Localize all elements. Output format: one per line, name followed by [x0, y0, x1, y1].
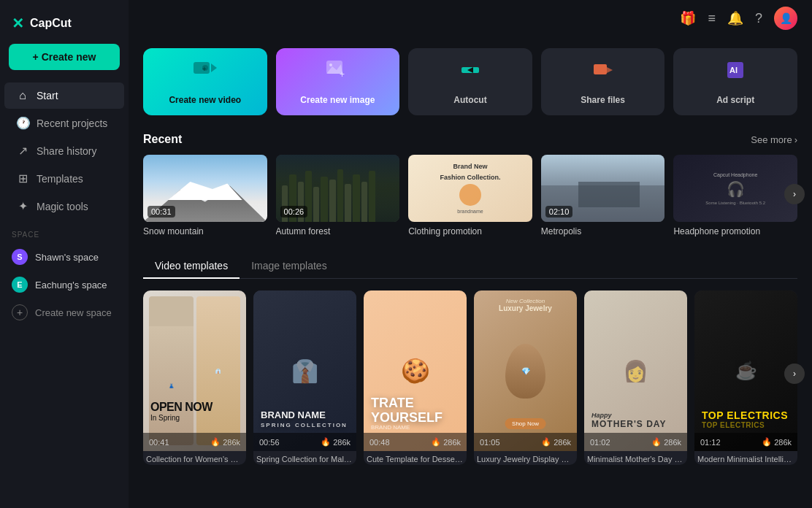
autocut-icon [459, 58, 482, 86]
clock-icon: 🕐 [16, 116, 29, 130]
ad-script-card[interactable]: AI Ad script [673, 48, 797, 115]
top-bar: 🎁 ≡ 🔔 ? 👤 [129, 0, 812, 36]
template-card-t5[interactable]: 👩 Happy MOTHER'S DAY 01:02 🔥 286k Mi [584, 290, 687, 465]
clothing-label: Clothing promotion [408, 226, 532, 236]
t5-overlay-text: Happy MOTHER'S DAY [591, 412, 680, 429]
template-thumb-t4: 💎 New Collection Luxury Jewelry Shop Now… [474, 290, 577, 451]
snow-thumb: 00:31 [143, 155, 267, 222]
t3-overlay-text: TRATE YOURSELF [371, 396, 459, 426]
create-image-card[interactable]: + Create new image [276, 48, 400, 115]
share-files-label: Share files [541, 95, 665, 105]
headphone-label: Headphone promotion [673, 226, 797, 236]
gift-icon[interactable]: 🎁 [680, 10, 696, 26]
recent-item-headphone[interactable]: Capcut Headphone 🎧 Some Listening · Blue… [673, 155, 797, 236]
home-icon: ⌂ [16, 89, 29, 102]
sidebar: ✕ CapCut + Create new ⌂ Start 🕐 Recent p… [0, 0, 129, 508]
eachung-space-label: Eachung's space [35, 280, 107, 290]
t4-likes: 🔥 286k [541, 437, 571, 447]
template-card-t3[interactable]: 🍪 TRATE YOURSELF BRAND NAME 00:48 🔥 286k [364, 290, 467, 465]
sidebar-item-templates[interactable]: ⊞ Templates [4, 165, 124, 192]
t5-footer: 01:02 🔥 286k [584, 433, 687, 451]
metropolis-thumb: 02:10 [541, 155, 665, 222]
t6-overlay-text: TOP ELECTRICS TOP ELECTRICS [702, 410, 790, 429]
logo-icon: ✕ [12, 15, 24, 32]
autumn-time: 00:26 [280, 206, 308, 218]
autocut-label: Autocut [408, 95, 532, 105]
t2-overlay-text: BRAND NAME SPRING COLLECTION [261, 409, 349, 429]
t6-time: 01:12 [700, 438, 721, 447]
recent-section-header: Recent See more › [143, 133, 797, 146]
t2-likes: 🔥 286k [321, 437, 351, 447]
tab-image-templates[interactable]: Image templates [240, 254, 339, 279]
template-thumb-t2: 👔 BRAND NAME SPRING COLLECTION 00:56 🔥 2… [253, 290, 356, 451]
t3-label: Cute Template for Desserts [364, 451, 467, 465]
sidebar-item-recent[interactable]: 🕐 Recent projects [4, 109, 124, 136]
headphone-thumb: Capcut Headphone 🎧 Some Listening · Blue… [673, 155, 797, 222]
sidebar-item-magic-label: Magic tools [37, 201, 88, 212]
t2-footer: 00:56 🔥 286k [253, 433, 356, 451]
template-thumb-t5: 👩 Happy MOTHER'S DAY 01:02 🔥 286k [584, 290, 687, 451]
recent-carousel-next[interactable]: › [784, 184, 805, 204]
logo-text: CapCut [30, 17, 72, 30]
template-card-t6[interactable]: ☕ TOP ELECTRICS TOP ELECTRICS 01:12 🔥 28… [694, 290, 797, 465]
video-plus-icon: + [192, 57, 218, 88]
sidebar-item-share-history[interactable]: ↗ Share history [4, 137, 124, 164]
t6-likes: 🔥 286k [762, 437, 792, 447]
svg-rect-10 [594, 64, 607, 74]
t1-label: Collection for Women's Outfits [143, 451, 246, 465]
chevron-right-icon: › [794, 134, 797, 145]
menu-icon[interactable]: ≡ [708, 11, 716, 26]
create-space-label: Create new space [35, 307, 112, 318]
template-card-t1[interactable]: 👗 👔 OPEN NOW In Spring 00:41 [143, 290, 246, 465]
sidebar-item-start[interactable]: ⌂ Start [4, 82, 124, 109]
logo: ✕ CapCut [0, 9, 129, 44]
t3-footer: 00:48 🔥 286k [364, 433, 467, 451]
snow-time: 00:31 [148, 206, 175, 218]
create-new-label: + Create new [33, 51, 96, 63]
shawns-space[interactable]: S Shawn's space [0, 243, 129, 271]
sidebar-item-share-label: Share history [37, 145, 96, 157]
template-carousel-next[interactable]: › [784, 363, 805, 384]
sidebar-item-templates-label: Templates [37, 173, 83, 185]
tab-video-templates[interactable]: Video templates [143, 254, 240, 279]
space-section-label: SPACE [0, 220, 129, 243]
fire-icon-t5: 🔥 [651, 437, 662, 447]
t1-time: 00:41 [149, 438, 169, 447]
share-files-icon [591, 58, 615, 86]
recent-row: 00:31 Snow mountain [143, 155, 797, 236]
autocut-card[interactable]: Autocut [408, 48, 532, 115]
create-new-button[interactable]: + Create new [9, 44, 120, 70]
template-row: 👗 👔 OPEN NOW In Spring 00:41 [143, 290, 797, 465]
see-more-button[interactable]: See more › [751, 134, 797, 145]
t6-label: Modern Minimalist Intelligent Product Pr… [694, 451, 797, 465]
sidebar-item-recent-label: Recent projects [37, 118, 107, 129]
template-card-t2[interactable]: 👔 BRAND NAME SPRING COLLECTION 00:56 🔥 2… [253, 290, 356, 465]
user-avatar[interactable]: 👤 [774, 7, 797, 30]
share-files-card[interactable]: Share files [541, 48, 665, 115]
sidebar-nav: ⌂ Start 🕐 Recent projects ↗ Share histor… [0, 82, 129, 220]
sidebar-item-start-label: Start [37, 90, 58, 101]
t5-label: Minimalist Mother's Day Sale [584, 451, 687, 465]
recent-item-autumn[interactable]: 00:26 Autumn forest [276, 155, 400, 236]
sidebar-item-magic-tools[interactable]: ✦ Magic tools [4, 193, 124, 220]
t3-likes: 🔥 286k [431, 437, 461, 447]
eachungs-space[interactable]: E Eachung's space [0, 271, 129, 299]
svg-marker-1 [211, 64, 217, 72]
create-space-item[interactable]: + Create new space [0, 299, 129, 326]
recent-item-snow[interactable]: 00:31 Snow mountain [143, 155, 267, 236]
create-video-card[interactable]: + Create new video [143, 48, 267, 115]
magic-icon: ✦ [16, 199, 29, 213]
notification-icon[interactable]: 🔔 [727, 10, 743, 26]
help-icon[interactable]: ? [755, 11, 762, 26]
fire-icon-t4: 🔥 [541, 437, 551, 447]
recent-item-clothing[interactable]: Brand New Fashion Collection. brandname … [408, 155, 532, 236]
metropolis-time: 02:10 [545, 206, 573, 218]
template-thumb-t3: 🍪 TRATE YOURSELF BRAND NAME 00:48 🔥 286k [364, 290, 467, 451]
template-card-t4[interactable]: 💎 New Collection Luxury Jewelry Shop Now… [474, 290, 577, 465]
svg-text:+: + [202, 65, 207, 73]
image-plus-icon: + [325, 57, 350, 87]
recent-item-metropolis[interactable]: 02:10 Metropolis [541, 155, 665, 236]
shawn-space-label: Shawn's space [35, 252, 99, 263]
template-thumb-t1: 👗 👔 OPEN NOW In Spring 00:41 [143, 290, 246, 451]
t4-footer: 01:05 🔥 286k [474, 433, 577, 451]
